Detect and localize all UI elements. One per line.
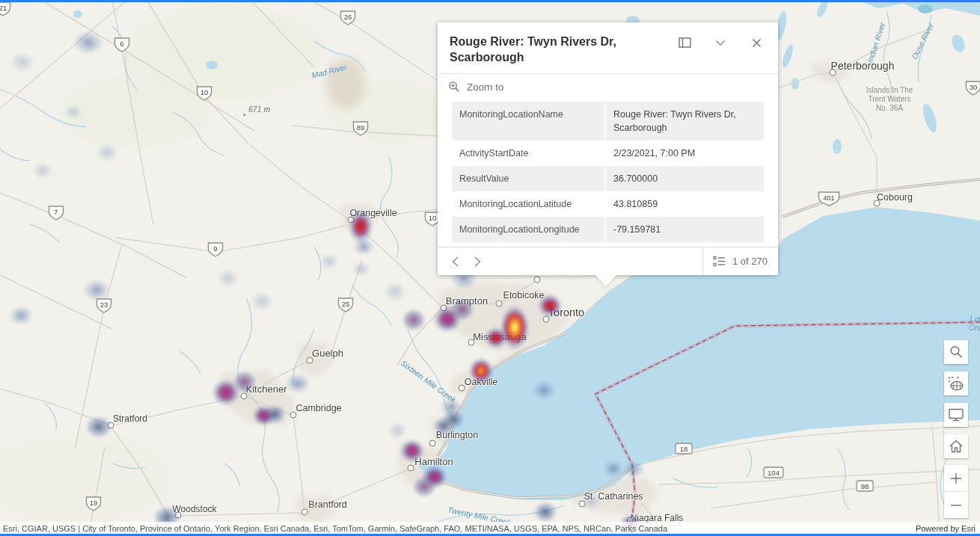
feature-list-icon[interactable] (713, 255, 726, 268)
field-label: ActivityStartDate (452, 141, 604, 166)
field-label: ResultValue (452, 166, 604, 191)
zoom-to-label: Zoom to (467, 81, 504, 93)
heat-point[interactable] (33, 162, 52, 179)
popup-title: Rouge River: Twyn Rivers Dr, Scarborough (450, 34, 682, 66)
heat-point[interactable] (218, 269, 239, 287)
close-icon (752, 38, 762, 48)
map-viewport[interactable]: PeterboroughCobourgOrangevilleNorth York… (0, 0, 980, 536)
footer-record-group: 1 of 270 (702, 247, 778, 275)
collapse-button[interactable] (708, 34, 733, 51)
heat-point[interactable] (581, 493, 601, 510)
field-row: MonitoringLocationNameRouge River: Twyn … (452, 102, 764, 141)
heat-point[interactable] (442, 410, 465, 429)
heat-point[interactable] (10, 52, 34, 72)
heat-point[interactable] (537, 294, 563, 318)
heat-point[interactable] (533, 502, 557, 523)
field-label: MonitoringLocationLongitude (452, 217, 604, 242)
feature-popup: Rouge River: Twyn Rivers Dr, Scarborough… (438, 22, 778, 275)
heat-point[interactable] (96, 143, 118, 162)
basemap-button[interactable] (944, 372, 968, 395)
heat-point[interactable] (251, 292, 273, 311)
search-button[interactable] (944, 340, 968, 364)
field-value: 43.810859 (604, 191, 764, 217)
home-icon (948, 439, 964, 454)
field-value: 2/23/2021, 7:00 PM (604, 141, 764, 166)
heat-point[interactable] (85, 416, 112, 438)
plus-icon (949, 472, 963, 485)
chevron-right-icon (474, 256, 482, 268)
dock-icon (679, 37, 691, 48)
heat-point[interactable] (402, 309, 426, 331)
search-icon (949, 345, 964, 360)
powered-by-esri-link[interactable]: Powered by Esri (916, 524, 980, 533)
heat-point[interactable] (603, 460, 624, 478)
zoom-to-button[interactable]: Zoom to (438, 74, 778, 100)
field-label: MonitoringLocationName (452, 102, 604, 141)
popup-footer: 1 of 270 (438, 247, 778, 275)
heat-point[interactable] (285, 373, 310, 394)
attribution-bar: Esri, CGIAR, USGS | City of Toronto, Pro… (0, 522, 980, 535)
zoom-in-button[interactable] (944, 465, 968, 491)
field-value: 36.700000 (604, 166, 764, 191)
previous-feature-button[interactable] (444, 250, 466, 273)
popup-actions (661, 34, 769, 51)
field-row: MonitoringLocationLatitude43.810859 (452, 191, 764, 217)
popup-field-table: MonitoringLocationNameRouge River: Twyn … (452, 102, 764, 243)
screen-icon (948, 407, 964, 422)
heat-point[interactable] (384, 282, 406, 301)
heat-point[interactable] (484, 327, 508, 349)
heat-point[interactable] (532, 381, 556, 400)
heat-point[interactable] (233, 371, 257, 393)
minus-icon (949, 499, 963, 512)
chevron-down-icon (715, 40, 726, 46)
field-label: MonitoringLocationLatitude (452, 191, 604, 217)
zoom-controls (944, 465, 968, 518)
field-row: ActivityStartDate2/23/2021, 7:00 PM (452, 141, 764, 166)
home-button[interactable] (944, 434, 968, 458)
heat-point[interactable] (73, 31, 103, 55)
close-button[interactable] (744, 34, 769, 51)
basemap-icon (948, 376, 964, 391)
heat-point[interactable] (64, 105, 82, 120)
record-count: 1 of 270 (732, 256, 768, 267)
popup-header: Rouge River: Twyn Rivers Dr, Scarborough (438, 22, 778, 73)
field-value: Rouge River: Twyn Rivers Dr, Scarborough (604, 102, 764, 141)
popup-pointer (595, 275, 616, 286)
heat-point[interactable] (450, 298, 474, 321)
heat-point[interactable] (412, 476, 436, 497)
heat-point[interactable] (468, 357, 494, 384)
field-value: -79.159781 (604, 217, 764, 242)
next-feature-button[interactable] (466, 250, 489, 273)
heat-point[interactable] (353, 238, 374, 256)
field-row: ResultValue36.700000 (452, 166, 764, 191)
heat-point[interactable] (9, 306, 33, 325)
heat-point[interactable] (352, 262, 370, 277)
heat-point[interactable] (388, 422, 407, 439)
heat-point[interactable] (319, 253, 339, 270)
screen-button[interactable] (944, 403, 968, 427)
heat-point[interactable] (265, 404, 286, 424)
zoom-to-icon (448, 81, 460, 93)
heat-point[interactable] (623, 460, 644, 478)
field-row: MonitoringLocationLongitude-79.159781 (452, 217, 764, 242)
heat-point[interactable] (399, 439, 425, 463)
zoom-out-button[interactable] (944, 492, 968, 518)
dock-button[interactable] (672, 34, 697, 51)
chevron-left-icon (451, 256, 459, 268)
attribution-sources: Esri, CGIAR, USGS | City of Toronto, Pro… (0, 524, 916, 533)
heat-point[interactable] (83, 279, 110, 301)
top-edge-line (0, 0, 980, 2)
